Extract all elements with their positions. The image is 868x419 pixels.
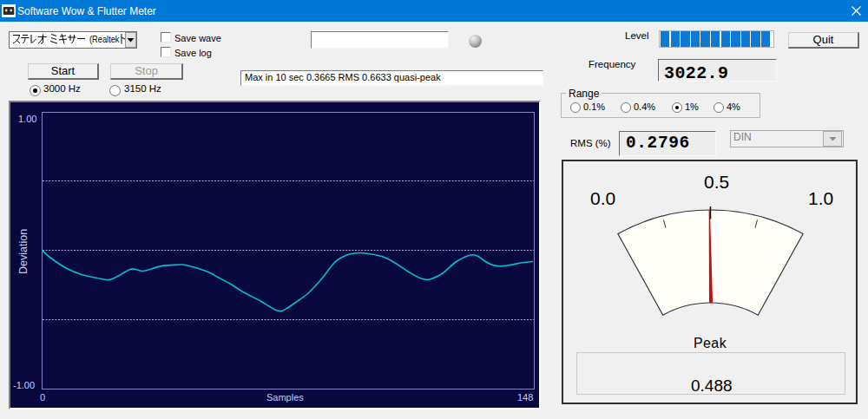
svg-text:(Realtek: (Realtek <box>89 34 120 44</box>
